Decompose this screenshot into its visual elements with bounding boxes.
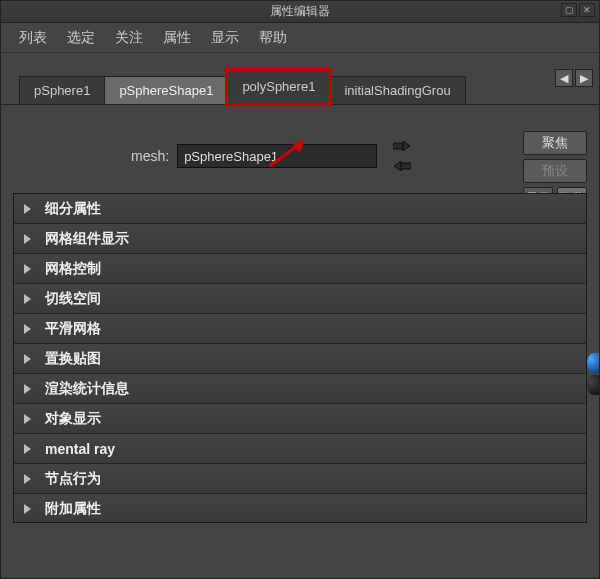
section-mesh-controls[interactable]: 网格控制 (14, 254, 586, 284)
tab-scroll-left[interactable]: ◀ (555, 69, 573, 87)
node-connection-icons (393, 139, 411, 173)
disclosure-icon (24, 324, 31, 334)
menu-list[interactable]: 列表 (19, 29, 47, 47)
menu-help[interactable]: 帮助 (259, 29, 287, 47)
node-name-input[interactable] (177, 144, 377, 168)
svg-rect-0 (393, 143, 403, 149)
section-node-behavior[interactable]: 节点行为 (14, 464, 586, 494)
section-tangent-space[interactable]: 切线空间 (14, 284, 586, 314)
menubar: 列表 选定 关注 属性 显示 帮助 (1, 23, 599, 53)
output-connection-icon[interactable] (393, 159, 411, 173)
dock-button[interactable]: ▢ (561, 3, 577, 17)
close-button[interactable]: ✕ (579, 3, 595, 17)
tab-initialshadinggroup[interactable]: initialShadingGrou (329, 76, 465, 104)
section-extra-attributes[interactable]: 附加属性 (14, 494, 586, 523)
disclosure-icon (24, 444, 31, 454)
disclosure-icon (24, 204, 31, 214)
section-displacement-map[interactable]: 置换贴图 (14, 344, 586, 374)
disclosure-icon (24, 234, 31, 244)
disclosure-icon (24, 504, 31, 514)
tab-scroll-right[interactable]: ▶ (575, 69, 593, 87)
disclosure-icon (24, 414, 31, 424)
section-mental-ray[interactable]: mental ray (14, 434, 586, 464)
disclosure-icon (24, 474, 31, 484)
section-object-display[interactable]: 对象显示 (14, 404, 586, 434)
titlebar: 属性编辑器 ▢ ✕ (1, 1, 599, 23)
section-render-stats[interactable]: 渲染统计信息 (14, 374, 586, 404)
node-tabs: pSphere1 pSphereShape1 polySphere1 initi… (1, 73, 599, 105)
disclosure-icon (24, 384, 31, 394)
viewport-gizmo-icon (587, 353, 600, 393)
disclosure-icon (24, 354, 31, 364)
attribute-sections: 细分属性 网格组件显示 网格控制 切线空间 平滑网格 置换贴图 渲染统计信息 对… (13, 193, 587, 523)
node-type-label: mesh: (131, 148, 169, 164)
section-smooth-mesh[interactable]: 平滑网格 (14, 314, 586, 344)
node-name-row: mesh: (1, 139, 599, 173)
section-mesh-component-display[interactable]: 网格组件显示 (14, 224, 586, 254)
attribute-editor-window: 属性编辑器 ▢ ✕ 列表 选定 关注 属性 显示 帮助 pSphere1 pSp… (0, 0, 600, 579)
menu-selected[interactable]: 选定 (67, 29, 95, 47)
menu-show[interactable]: 显示 (211, 29, 239, 47)
titlebar-controls: ▢ ✕ (561, 3, 595, 17)
disclosure-icon (24, 294, 31, 304)
menu-attributes[interactable]: 属性 (163, 29, 191, 47)
disclosure-icon (24, 264, 31, 274)
tab-scroll-buttons: ◀ ▶ (555, 69, 593, 87)
menu-focus[interactable]: 关注 (115, 29, 143, 47)
svg-rect-1 (401, 163, 411, 169)
input-connection-icon[interactable] (393, 139, 411, 153)
section-tessellation[interactable]: 细分属性 (14, 194, 586, 224)
tab-psphere1[interactable]: pSphere1 (19, 76, 105, 104)
tab-polysphere1[interactable]: polySphere1 (227, 70, 330, 104)
tab-psphereshape1[interactable]: pSphereShape1 (104, 76, 228, 104)
window-title: 属性编辑器 (270, 3, 330, 20)
